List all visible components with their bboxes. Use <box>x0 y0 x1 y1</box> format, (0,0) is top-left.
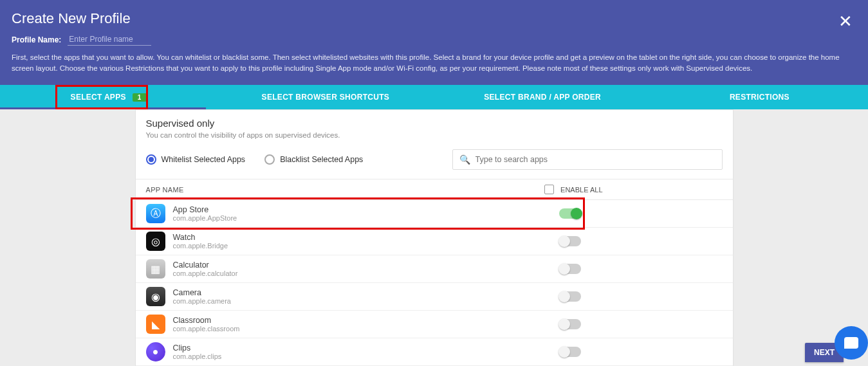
radio-label: Whitelist Selected Apps <box>162 155 246 164</box>
page-title: Create New Profile <box>12 10 856 27</box>
table-row: ◉Cameracom.apple.camera <box>136 283 733 311</box>
app-name: Classroom <box>173 316 240 325</box>
profile-name-input[interactable] <box>68 33 151 46</box>
col-enable-all: ENABLE ALL <box>560 186 602 194</box>
toggle-knob <box>559 318 570 330</box>
app-toggle[interactable] <box>559 347 581 357</box>
panel-heading: Supervised only <box>146 118 723 129</box>
tab-label: RESTRICTIONS <box>730 93 790 102</box>
tab-label: SELECT APPS <box>71 93 126 102</box>
app-text: Clipscom.apple.clips <box>173 343 222 360</box>
radio-whitelist[interactable]: Whitelist Selected Apps <box>146 154 246 165</box>
chat-launcher[interactable] <box>835 326 868 360</box>
app-toggle[interactable] <box>559 319 581 329</box>
toggle-knob <box>559 291 570 302</box>
header-description: First, select the apps that you want to … <box>12 52 856 73</box>
app-text: Cameracom.apple.camera <box>173 288 232 305</box>
app-text: App Storecom.apple.AppStore <box>173 205 237 222</box>
app-bundle-id: com.apple.classroom <box>173 325 240 333</box>
page-header: ✕ Create New Profile Profile Name: First… <box>0 0 868 85</box>
tab-restrictions[interactable]: RESTRICTIONS <box>651 85 868 109</box>
app-icon: ● <box>146 342 165 361</box>
chat-icon <box>844 337 858 349</box>
app-bundle-id: com.apple.Bridge <box>173 242 228 250</box>
search-input[interactable] <box>476 155 716 164</box>
app-name: Watch <box>173 233 228 242</box>
radio-icon <box>146 154 156 165</box>
app-icon: ◎ <box>146 232 165 251</box>
tab-select-apps[interactable]: SELECT APPS 1 <box>0 85 217 109</box>
app-bundle-id: com.apple.camera <box>173 297 232 305</box>
radio-icon <box>264 154 275 165</box>
active-tab-indicator <box>0 107 206 109</box>
app-name: Camera <box>173 288 232 297</box>
app-bundle-id: com.apple.clips <box>173 352 222 360</box>
app-name: Calculator <box>173 261 238 270</box>
app-rows: ⒶApp Storecom.apple.AppStore◎Watchcom.ap… <box>136 200 733 366</box>
app-icon: ▦ <box>146 259 165 279</box>
app-text: Calculatorcom.apple.calculator <box>173 261 238 277</box>
close-icon[interactable]: ✕ <box>838 12 853 32</box>
app-bundle-id: com.apple.AppStore <box>173 214 237 222</box>
app-icon: Ⓐ <box>146 204 165 223</box>
app-icon: ◣ <box>146 315 165 334</box>
app-text: Watchcom.apple.Bridge <box>173 233 228 250</box>
toggle-knob <box>571 208 582 219</box>
profile-name-label: Profile Name: <box>12 35 61 44</box>
table-row: ⒶApp Storecom.apple.AppStore <box>136 200 733 228</box>
wizard-tabs: SELECT APPS 1 SELECT BROWSER SHORTCUTS S… <box>0 85 868 109</box>
apps-panel: Supervised only You can control the visi… <box>135 109 734 366</box>
search-icon: 🔍 <box>459 154 470 165</box>
toggle-knob <box>559 263 570 275</box>
table-row: ◎Watchcom.apple.Bridge <box>136 228 733 255</box>
panel-subtext: You can control the visibility of apps o… <box>146 131 723 139</box>
tab-label: SELECT BRAND / APP ORDER <box>484 93 601 102</box>
search-field[interactable]: 🔍 <box>452 149 723 170</box>
toggle-knob <box>559 235 570 247</box>
enable-all-checkbox[interactable] <box>544 185 554 194</box>
table-row: ●Clipscom.apple.clips <box>136 338 733 366</box>
app-icon: ◉ <box>146 287 165 306</box>
app-toggle[interactable] <box>559 236 581 246</box>
tab-badge: 1 <box>133 93 147 102</box>
radio-label: Blacklist Selected Apps <box>280 155 363 164</box>
tab-brand-app-order[interactable]: SELECT BRAND / APP ORDER <box>434 85 651 109</box>
app-bundle-id: com.apple.calculator <box>173 270 238 277</box>
app-name: App Store <box>173 205 237 214</box>
app-text: Classroomcom.apple.classroom <box>173 316 240 333</box>
col-app-name: APP NAME <box>146 186 184 194</box>
radio-blacklist[interactable]: Blacklist Selected Apps <box>264 154 363 165</box>
app-toggle[interactable] <box>559 208 581 219</box>
tab-label: SELECT BROWSER SHORTCUTS <box>262 93 390 102</box>
table-row: ◣Classroomcom.apple.classroom <box>136 311 733 338</box>
profile-name-row: Profile Name: <box>12 33 856 46</box>
app-toggle[interactable] <box>559 291 581 302</box>
app-toggle[interactable] <box>559 264 581 274</box>
tab-browser-shortcuts[interactable]: SELECT BROWSER SHORTCUTS <box>217 85 434 109</box>
toggle-knob <box>559 346 570 358</box>
app-name: Clips <box>173 343 222 352</box>
table-header: APP NAME ENABLE ALL <box>136 179 733 200</box>
table-row: ▦Calculatorcom.apple.calculator <box>136 255 733 283</box>
